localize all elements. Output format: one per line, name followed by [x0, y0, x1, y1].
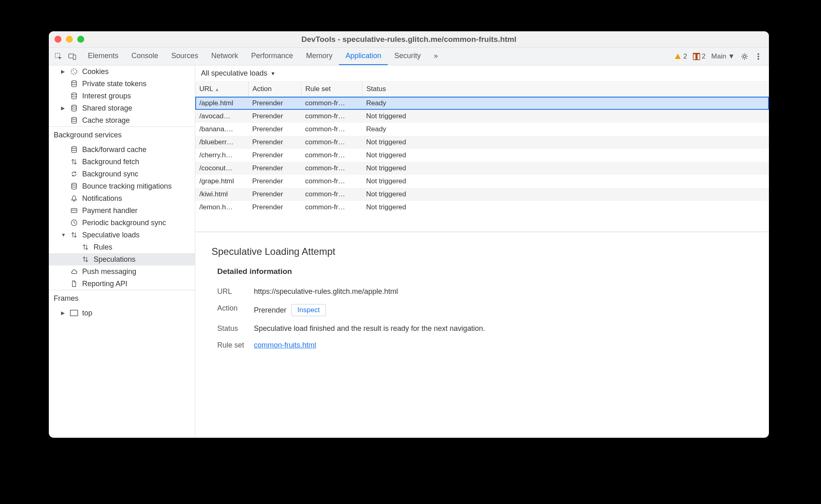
sidebar-item-label: Periodic background sync	[82, 219, 166, 227]
col-header-url[interactable]: URL▲	[195, 82, 248, 97]
sidebar-item-interest-groups[interactable]: Interest groups	[49, 90, 195, 102]
cell-action: Prerender	[248, 136, 301, 149]
sidebar-item-label: Interest groups	[82, 92, 131, 100]
sidebar-item-speculative-loads[interactable]: ▼Speculative loads	[49, 229, 195, 241]
sidebar-item-label: Background sync	[82, 170, 138, 178]
table-row[interactable]: /apple.htmlPrerendercommon-fr…Ready	[195, 97, 769, 110]
maximize-window-button[interactable]	[77, 36, 84, 43]
sidebar-item-label: Bounce tracking mitigations	[82, 182, 172, 191]
issues-badge[interactable]: ❚❚ 2	[693, 52, 705, 61]
tab-console[interactable]: Console	[125, 48, 165, 65]
sidebar-item-label: Push messaging	[82, 267, 136, 276]
sidebar-item-background-sync[interactable]: Background sync	[49, 168, 195, 180]
tab-security[interactable]: Security	[388, 48, 427, 65]
cell-action: Prerender	[248, 201, 301, 214]
close-window-button[interactable]	[55, 36, 61, 43]
context-selector[interactable]: Main ▼	[711, 52, 735, 61]
filter-dropdown[interactable]: All speculative loads ▼	[201, 69, 275, 78]
db-icon	[70, 146, 78, 154]
inspect-element-icon[interactable]	[55, 52, 63, 61]
frame-icon	[70, 309, 78, 317]
cookie-icon	[70, 67, 78, 76]
arrows-icon	[81, 255, 90, 263]
db-icon	[70, 80, 78, 88]
minimize-window-button[interactable]	[66, 36, 73, 43]
content-pane: All speculative loads ▼ URL▲ Action Rule…	[195, 65, 769, 438]
svg-point-11	[72, 93, 76, 95]
sidebar-item-label: Back/forward cache	[82, 146, 146, 154]
cell-url: /banana.…	[195, 123, 248, 136]
sidebar-item-notifications[interactable]: Notifications	[49, 192, 195, 204]
tab-network[interactable]: Network	[205, 48, 245, 65]
window-title: DevTools - speculative-rules.glitch.me/c…	[49, 35, 769, 44]
details-pane: Speculative Loading Attempt Detailed inf…	[195, 232, 769, 438]
inspect-button[interactable]: Inspect	[291, 304, 326, 316]
svg-rect-2	[73, 55, 76, 59]
col-header-status[interactable]: Status	[362, 82, 769, 97]
detail-action-value: Prerender	[254, 306, 286, 315]
cell-status: Not triggered	[362, 162, 769, 175]
tabs-overflow[interactable]: »	[427, 48, 444, 65]
table-row[interactable]: /kiwi.htmlPrerendercommon-fr…Not trigger…	[195, 188, 769, 201]
sidebar-item-cookies[interactable]: ▶Cookies	[49, 65, 195, 78]
tab-elements[interactable]: Elements	[81, 48, 125, 65]
sidebar-item-background-fetch[interactable]: Background fetch	[49, 156, 195, 168]
col-header-action[interactable]: Action	[248, 82, 301, 97]
sidebar-item-label: Private state tokens	[82, 80, 146, 88]
application-sidebar: ▶CookiesPrivate state tokensInterest gro…	[49, 65, 195, 438]
db-icon	[70, 92, 78, 100]
table-row[interactable]: /coconut…Prerendercommon-fr…Not triggere…	[195, 162, 769, 175]
cell-status: Not triggered	[362, 136, 769, 149]
kebab-menu-icon[interactable]	[754, 52, 762, 61]
cell-ruleset: common-fr…	[301, 201, 362, 214]
db-icon	[70, 182, 78, 190]
tab-application[interactable]: Application	[339, 48, 388, 65]
cell-status: Not triggered	[362, 110, 769, 123]
cell-url: /apple.html	[195, 97, 248, 110]
sidebar-item-cache-storage[interactable]: Cache storage	[49, 114, 195, 126]
svg-point-15	[72, 183, 76, 185]
table-row[interactable]: /avocad…Prerendercommon-fr…Not triggered	[195, 110, 769, 123]
svg-point-5	[758, 56, 759, 57]
device-toggle-icon[interactable]	[68, 52, 76, 61]
sidebar-item-private-state-tokens[interactable]: Private state tokens	[49, 78, 195, 90]
warnings-badge[interactable]: 2	[674, 52, 687, 61]
sidebar-item-push-messaging[interactable]: Push messaging	[49, 265, 195, 278]
sidebar-item-rules[interactable]: Rules	[49, 241, 195, 253]
tab-performance[interactable]: Performance	[245, 48, 299, 65]
tab-memory[interactable]: Memory	[299, 48, 339, 65]
tab-sources[interactable]: Sources	[165, 48, 205, 65]
arrows-icon	[70, 158, 78, 166]
sidebar-item-back-forward-cache[interactable]: Back/forward cache	[49, 143, 195, 156]
cell-url: /blueberr…	[195, 136, 248, 149]
svg-point-8	[73, 70, 74, 71]
sidebar-item-periodic-background-sync[interactable]: Periodic background sync	[49, 217, 195, 229]
table-row[interactable]: /cherry.h…Prerendercommon-fr…Not trigger…	[195, 149, 769, 162]
table-row[interactable]: /banana.…Prerendercommon-fr…Ready	[195, 123, 769, 136]
sidebar-item-reporting-api[interactable]: Reporting API	[49, 278, 195, 290]
detail-ruleset-link[interactable]: common-fruits.html	[254, 341, 316, 350]
gear-icon[interactable]	[740, 52, 749, 61]
sidebar-item-payment-handler[interactable]: Payment handler	[49, 204, 195, 217]
cell-status: Ready	[362, 97, 769, 110]
chevron-right-icon: ▶	[61, 105, 66, 111]
speculations-table: URL▲ Action Rule set Status /apple.htmlP…	[195, 82, 769, 232]
cell-status: Not triggered	[362, 188, 769, 201]
sidebar-item-speculations[interactable]: Speculations	[49, 253, 195, 265]
sidebar-item-top[interactable]: ▶top	[49, 307, 195, 319]
chevron-down-icon: ▼	[61, 232, 66, 238]
svg-point-3	[743, 55, 746, 58]
sidebar-item-label: Payment handler	[82, 206, 138, 215]
table-row[interactable]: /lemon.h…Prerendercommon-fr…Not triggere…	[195, 201, 769, 214]
cell-url: /lemon.h…	[195, 201, 248, 214]
svg-point-14	[72, 147, 76, 149]
sidebar-item-label: Rules	[94, 243, 112, 252]
sidebar-item-bounce-tracking-mitigations[interactable]: Bounce tracking mitigations	[49, 180, 195, 192]
detail-ruleset-label: Rule set	[217, 341, 246, 350]
chevron-right-icon: ▶	[61, 310, 66, 316]
sidebar-item-shared-storage[interactable]: ▶Shared storage	[49, 102, 195, 114]
detail-status-value: Speculative load finished and the result…	[254, 324, 485, 333]
table-row[interactable]: /grape.htmlPrerendercommon-fr…Not trigge…	[195, 175, 769, 188]
col-header-ruleset[interactable]: Rule set	[301, 82, 362, 97]
table-row[interactable]: /blueberr…Prerendercommon-fr…Not trigger…	[195, 136, 769, 149]
